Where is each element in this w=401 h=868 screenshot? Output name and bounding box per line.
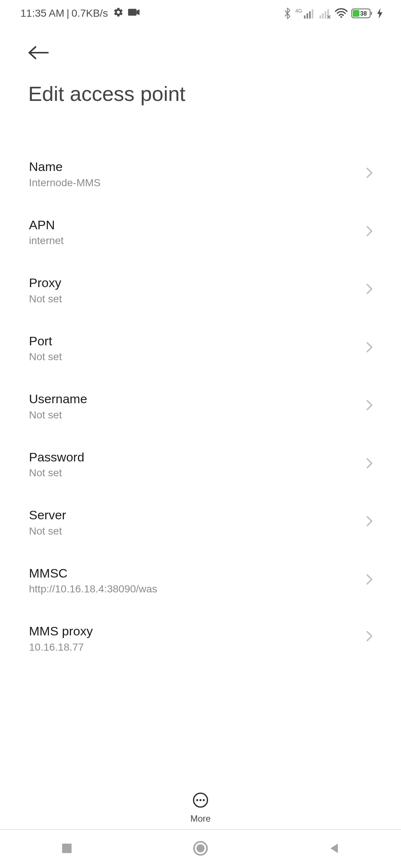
settings-list: Name Internode-MMS APN internet Proxy No…	[0, 145, 401, 787]
setting-value: http://10.16.18.4:38090/was	[29, 583, 157, 595]
setting-username[interactable]: Username Not set	[0, 377, 401, 435]
setting-value: 10.16.18.77	[29, 641, 93, 651]
svg-rect-1	[128, 9, 137, 16]
svg-point-22	[196, 844, 205, 852]
back-button[interactable]	[28, 42, 52, 65]
signal-bars-icon	[304, 8, 316, 19]
setting-value: Internode-MMS	[29, 177, 101, 189]
setting-label: Port	[29, 333, 62, 349]
svg-point-19	[203, 799, 205, 801]
chevron-right-icon	[366, 516, 373, 528]
svg-rect-8	[325, 11, 326, 19]
setting-value: Not set	[29, 293, 62, 305]
charging-icon	[377, 8, 382, 19]
setting-label: MMSC	[29, 565, 157, 581]
status-time: 11:35 AM	[20, 7, 64, 19]
svg-rect-20	[62, 844, 72, 853]
gear-icon	[113, 7, 124, 20]
header: Edit access point	[0, 27, 401, 113]
setting-label: Username	[29, 391, 87, 407]
more-button[interactable]: More	[190, 792, 211, 824]
svg-point-17	[196, 799, 198, 801]
signal-no-sim-icon	[319, 8, 331, 19]
setting-label: Name	[29, 159, 101, 175]
setting-apn[interactable]: APN internet	[0, 203, 401, 261]
signal-4g-label: 4G	[295, 8, 302, 13]
chevron-right-icon	[366, 458, 373, 470]
setting-label: APN	[29, 217, 63, 233]
setting-label: Proxy	[29, 275, 62, 291]
chevron-right-icon	[366, 226, 373, 238]
svg-rect-5	[312, 9, 313, 19]
setting-password[interactable]: Password Not set	[0, 435, 401, 493]
chevron-right-icon	[366, 631, 373, 643]
setting-label: Password	[29, 449, 84, 465]
camera-icon	[128, 7, 140, 19]
setting-server[interactable]: Server Not set	[0, 493, 401, 551]
svg-rect-7	[322, 13, 324, 19]
chevron-right-icon	[366, 342, 373, 354]
svg-rect-12	[353, 10, 359, 17]
setting-mms-proxy[interactable]: MMS proxy 10.16.18.77	[0, 609, 401, 651]
more-label: More	[190, 813, 211, 824]
chevron-right-icon	[366, 283, 373, 296]
status-bar: 11:35 AM | 0.7KB/s 4G 38	[0, 0, 401, 27]
setting-mmsc[interactable]: MMSC http://10.16.18.4:38090/was	[0, 551, 401, 609]
setting-value: Not set	[29, 351, 62, 363]
nav-home-button[interactable]	[192, 840, 209, 858]
setting-label: MMS proxy	[29, 623, 93, 639]
svg-text:38: 38	[360, 10, 367, 17]
svg-rect-6	[320, 16, 321, 19]
status-separator: |	[66, 7, 69, 19]
svg-point-10	[340, 16, 342, 18]
status-data-speed: 0.7KB/s	[72, 7, 108, 19]
setting-label: Server	[29, 507, 66, 523]
setting-value: Not set	[29, 525, 66, 537]
nav-back-button[interactable]	[328, 842, 340, 856]
svg-rect-4	[309, 11, 311, 19]
wifi-icon	[335, 8, 348, 19]
setting-port[interactable]: Port Not set	[0, 319, 401, 377]
battery-icon: 38	[351, 8, 374, 19]
setting-value: Not set	[29, 467, 84, 479]
arrow-left-icon	[28, 45, 49, 62]
svg-rect-3	[307, 13, 308, 19]
page-title: Edit access point	[28, 82, 373, 106]
nav-recent-button[interactable]	[61, 842, 73, 856]
svg-point-18	[199, 799, 201, 801]
action-bar: More	[0, 786, 401, 829]
setting-value: Not set	[29, 409, 87, 421]
more-icon	[192, 792, 209, 810]
setting-value: internet	[29, 235, 63, 247]
svg-rect-2	[304, 16, 306, 19]
chevron-right-icon	[366, 167, 373, 180]
bluetooth-icon	[283, 7, 291, 19]
chevron-right-icon	[366, 400, 373, 412]
svg-rect-14	[371, 12, 372, 15]
system-nav-bar	[0, 829, 401, 868]
setting-name[interactable]: Name Internode-MMS	[0, 145, 401, 203]
chevron-right-icon	[366, 574, 373, 586]
setting-proxy[interactable]: Proxy Not set	[0, 261, 401, 319]
